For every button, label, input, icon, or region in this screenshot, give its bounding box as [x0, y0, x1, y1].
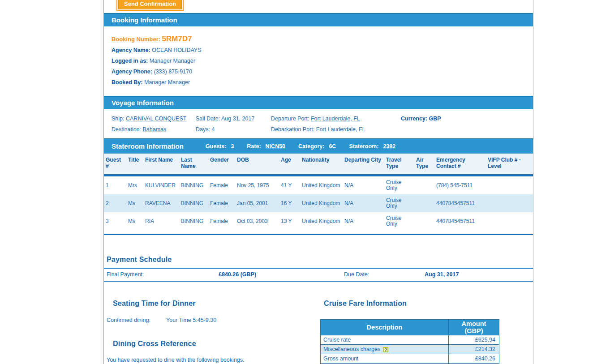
guest-cell: 16 Y: [279, 194, 300, 212]
dining-column: Seating Time for Dinner Confirmed dining…: [104, 300, 320, 364]
ship-label: Ship:: [112, 116, 125, 122]
cruise-fare-header-row: Description Amount (GBP): [321, 320, 499, 335]
guest-table-header: VIFP Club # - Level: [486, 154, 533, 176]
due-date-value: Aug 31, 2017: [425, 271, 459, 278]
final-payment-label: Final Payment:: [107, 271, 219, 278]
guest-cell: Mrs: [126, 176, 143, 195]
guest-cell: [414, 212, 434, 230]
fare-description: Gross amount: [321, 354, 449, 364]
departure-port-link[interactable]: Fort Lauderdale, FL: [311, 116, 360, 122]
guest-cell: N/A: [343, 176, 384, 195]
ship-link[interactable]: CARNIVAL CONQUEST: [126, 116, 186, 122]
due-date-label: Due Date:: [344, 271, 425, 278]
guests-label: Guests:: [206, 143, 227, 150]
guest-cell: Ms: [126, 212, 143, 230]
guest-cell: Female: [208, 176, 235, 195]
guest-cell: RAVEENA: [143, 194, 179, 212]
agency-name-row: Agency Name: OCEAN HOLIDAYS: [112, 47, 533, 54]
guest-cell: 4407845457511: [434, 212, 486, 230]
currency-label: Currency:: [401, 116, 427, 122]
currency-field: Currency: GBP: [401, 116, 533, 122]
guest-row-1: 1 Mrs KULVINDER BINNING Female Nov 25, 1…: [104, 176, 533, 195]
booking-number-label: Booking Number:: [112, 36, 160, 43]
voyage-information-header: Voyage Information: [104, 96, 533, 109]
guest-cell: N/A: [343, 212, 384, 230]
guests-value: 3: [231, 143, 234, 150]
guest-cell: [414, 194, 434, 212]
fare-row-misc-charges: Miscellaneous charges? £214.32: [321, 345, 499, 354]
destination-link[interactable]: Bahamas: [143, 126, 167, 133]
guest-cell: N/A: [343, 194, 384, 212]
booking-information-title: Booking Information: [112, 16, 177, 24]
booked-by-label: Booked By:: [112, 79, 142, 86]
guest-cell: RIA: [143, 212, 179, 230]
cruise-fare-title: Cruise Fare Information: [324, 300, 533, 308]
cruise-fare-table: Description Amount (GBP) Cruise rate £62…: [320, 319, 499, 364]
category-meta: Category:6C: [298, 143, 336, 150]
stateroom-meta: Stateroom:2382: [349, 143, 395, 150]
guest-cell: Ms: [126, 194, 143, 212]
voyage-information-section: Ship: CARNIVAL CONQUEST Sail Date: Aug 3…: [104, 109, 533, 138]
days-label: Days:: [196, 126, 210, 133]
fare-amount: £214.32: [449, 345, 499, 354]
guest-cell: BINNING: [179, 176, 208, 195]
help-icon[interactable]: ?: [383, 347, 388, 352]
guest-cell: United Kingdom: [300, 212, 343, 230]
booking-information-section: Booking Number: 5RM7D7 Agency Name: OCEA…: [104, 26, 533, 96]
fare-amount: £625.94: [449, 335, 499, 345]
category-label: Category:: [298, 143, 324, 150]
guest-cell: Female: [208, 212, 235, 230]
guest-table-header: Travel Type: [384, 154, 414, 176]
guest-cell: 3: [104, 212, 126, 230]
guest-cell: [486, 212, 533, 230]
guest-cell: KULVINDER: [143, 176, 179, 195]
cruise-fare-table-body: Cruise rate £625.94 Miscellaneous charge…: [321, 335, 499, 364]
debarkation-port-value: Fort Lauderdale, FL: [316, 126, 365, 133]
fare-description-header: Description: [321, 320, 449, 335]
confirmation-page: Send Confirmation Booking Information Bo…: [103, 0, 533, 364]
top-strip: Send Confirmation: [104, 0, 533, 13]
guest-cell: [414, 176, 434, 195]
guest-cell: Female: [208, 194, 235, 212]
stateroom-number-label: Stateroom:: [349, 143, 378, 150]
sail-date-field: Sail Date: Aug 31, 2017: [196, 116, 271, 122]
guest-table-header: Nationality: [300, 154, 343, 176]
guest-table-header: Air Type: [414, 154, 434, 176]
confirmed-dining-label: Confirmed dining:: [107, 317, 166, 323]
guest-cell: [486, 194, 533, 212]
stateroom-number-link[interactable]: 2382: [383, 143, 395, 150]
guest-table: Guest # Title First Name Last Name Gende…: [104, 154, 533, 230]
guest-table-header: Guest #: [104, 154, 126, 176]
confirmed-dining-value: Your Time 5:45-9:30: [166, 317, 216, 323]
voyage-information-title: Voyage Information: [112, 99, 174, 107]
guest-cell: Cruise Only: [384, 176, 414, 195]
agency-phone-label: Agency Phone:: [112, 69, 152, 75]
guest-cell: [486, 176, 533, 195]
agency-phone-value: (333) 875-9170: [154, 69, 192, 75]
guest-cell: 1: [104, 176, 126, 195]
payment-schedule-title: Payment Schedule: [107, 256, 533, 264]
booking-information-header: Booking Information: [104, 13, 533, 26]
guest-table-header: Age: [279, 154, 300, 176]
guest-cell: BINNING: [179, 194, 208, 212]
sail-date-value: Aug 31, 2017: [221, 116, 254, 122]
rate-link[interactable]: NICN50: [266, 143, 285, 150]
guest-table-header: Gender: [208, 154, 235, 176]
cruise-fare-column: Cruise Fare Information Description Amou…: [320, 300, 533, 364]
logged-in-as-value: Manager Manager: [150, 58, 195, 64]
departure-port-field: Departure Port: Fort Lauderdale, FL: [271, 116, 401, 122]
booking-number-row: Booking Number: 5RM7D7: [112, 35, 533, 43]
booked-by-value: Manager Manager: [144, 79, 190, 86]
guest-cell: 2: [104, 194, 126, 212]
send-confirmation-button[interactable]: Send Confirmation: [118, 0, 182, 9]
stateroom-information-header: Stateroom Information Guests:3 Rate:NICN…: [104, 138, 533, 154]
bottom-columns: Seating Time for Dinner Confirmed dining…: [104, 300, 533, 364]
seating-time-title: Seating Time for Dinner: [113, 300, 320, 308]
guest-cell: (784) 545-7511: [434, 176, 486, 195]
guest-cell: United Kingdom: [300, 176, 343, 195]
guest-table-header: Last Name: [179, 154, 208, 176]
debarkation-port-field: Debarkation Port: Fort Lauderdale, FL: [271, 126, 401, 133]
guest-table-head: Guest # Title First Name Last Name Gende…: [104, 154, 533, 176]
fare-description-text: Miscellaneous charges: [323, 346, 380, 352]
fare-row-gross-amount: Gross amount £840.26: [321, 354, 499, 364]
